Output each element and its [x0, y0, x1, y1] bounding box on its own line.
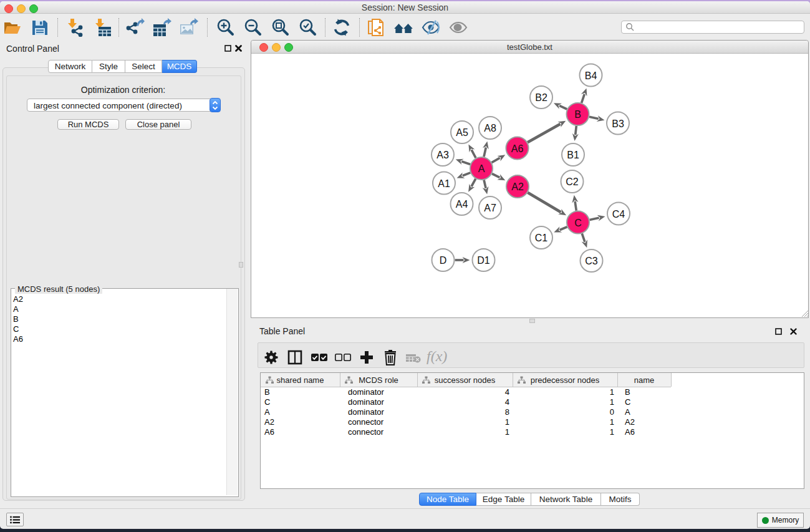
- svg-text:A2: A2: [511, 181, 524, 192]
- svg-text:A8: A8: [484, 123, 496, 133]
- svg-text:B1: B1: [567, 150, 579, 160]
- svg-text:A1: A1: [438, 178, 450, 189]
- svg-text:B2: B2: [535, 92, 547, 103]
- svg-text:B: B: [574, 109, 581, 120]
- svg-text:C1: C1: [535, 233, 548, 243]
- svg-text:D: D: [440, 255, 447, 266]
- svg-text:C2: C2: [566, 177, 579, 187]
- svg-text:C4: C4: [612, 209, 625, 220]
- svg-text:B3: B3: [612, 118, 624, 129]
- svg-text:D1: D1: [477, 255, 490, 266]
- svg-text:A6: A6: [511, 143, 524, 154]
- svg-text:A5: A5: [456, 127, 468, 138]
- svg-text:B4: B4: [585, 70, 597, 81]
- svg-text:C3: C3: [585, 256, 598, 266]
- svg-text:C: C: [574, 218, 582, 228]
- svg-text:A: A: [478, 163, 485, 174]
- svg-text:A4: A4: [456, 199, 468, 210]
- svg-text:A7: A7: [484, 203, 496, 213]
- svg-text:A3: A3: [436, 150, 449, 160]
